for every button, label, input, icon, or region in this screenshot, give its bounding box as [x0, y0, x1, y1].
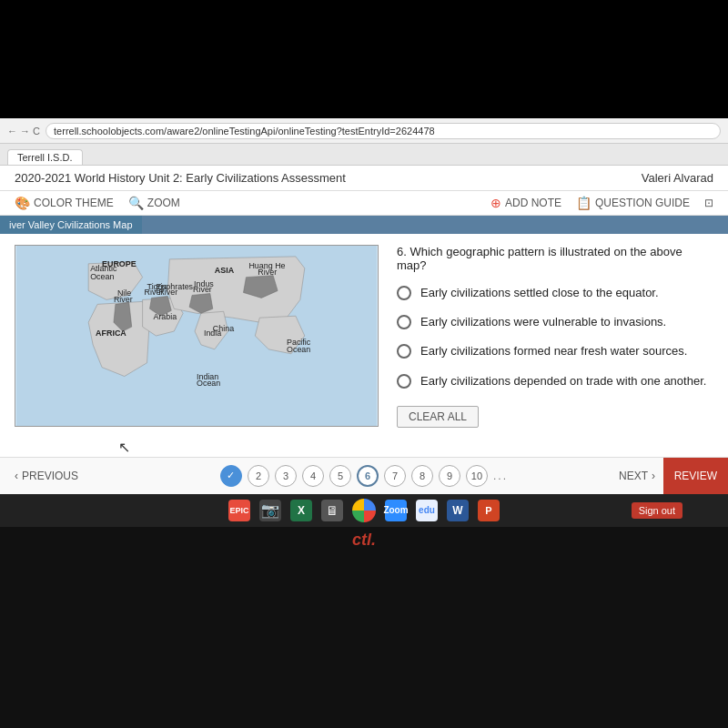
- toolbar-right: ⊕ ADD NOTE 📋 QUESTION GUIDE ⊡: [490, 196, 713, 210]
- question-guide-icon: 📋: [576, 196, 592, 210]
- question-text: 6. Which geographic pattern is illustrat…: [397, 245, 713, 272]
- map-tab[interactable]: iver Valley Civilizations Map: [0, 216, 142, 234]
- color-theme-label: COLOR THEME: [34, 197, 114, 209]
- answer-option-4[interactable]: Early civilizations depended on trade wi…: [397, 373, 713, 389]
- browser-tab-bar: Terrell I.S.D.: [0, 144, 728, 166]
- epic-icon[interactable]: EPIC: [228, 500, 250, 521]
- arabia-label: Arabia: [153, 312, 177, 321]
- page-num-7[interactable]: 7: [384, 465, 406, 487]
- page-num-2[interactable]: 2: [248, 465, 269, 487]
- zoom-app-icon[interactable]: Zoom: [385, 500, 407, 521]
- user-name: Valeri Alvarad: [642, 171, 713, 185]
- answer-text-2: Early civilizations were vulnerable to i…: [420, 314, 666, 330]
- map-container: Atlantic Ocean EUROPE AFRICA ASIA China …: [15, 245, 379, 427]
- sign-out-button[interactable]: Sign out: [632, 502, 682, 519]
- radio-2[interactable]: [397, 315, 411, 329]
- bottom-navigation: ‹ PREVIOUS ✓ 2 3 4 5 6 7 8 9 10 ... NEXT…: [0, 457, 728, 494]
- map-svg: Atlantic Ocean EUROPE AFRICA ASIA China …: [15, 246, 378, 426]
- taskbar: EPIC 📷 X 🖥 Zoom edu W P Sign out: [0, 494, 728, 527]
- cursor-pointer: ↖: [118, 439, 130, 456]
- next-button[interactable]: NEXT ›: [619, 470, 655, 482]
- radio-3[interactable]: [397, 344, 411, 359]
- page-dots: ...: [493, 470, 508, 482]
- chevron-right-icon: ›: [652, 470, 655, 482]
- browser-chrome: ← → C terrell.schoolobjects.com/aware2/o…: [0, 118, 728, 144]
- cursor-area: ↖: [0, 439, 728, 457]
- powerpoint-icon[interactable]: P: [478, 500, 500, 521]
- page-num-5[interactable]: 5: [329, 465, 351, 487]
- page-num-10[interactable]: 10: [466, 465, 488, 487]
- page-num-6[interactable]: 6: [357, 465, 379, 487]
- answer-text-4: Early civilizations depended on trade wi…: [420, 373, 706, 389]
- india-label: India: [204, 329, 221, 338]
- edu-icon[interactable]: edu: [416, 500, 438, 521]
- atlantic-ocean-label-2: Ocean: [90, 272, 114, 281]
- page-num-8[interactable]: 8: [411, 465, 433, 487]
- nile-river-label: River: [114, 295, 133, 304]
- next-label: NEXT: [619, 470, 648, 482]
- excel-icon[interactable]: X: [290, 500, 312, 521]
- answer-option-1[interactable]: Early civilizations settled close to the…: [397, 285, 713, 301]
- indus-river-label: River: [193, 285, 212, 294]
- question-guide-label: QUESTION GUIDE: [595, 197, 690, 209]
- chevron-left-icon: ‹: [15, 470, 18, 482]
- word-icon[interactable]: W: [447, 500, 469, 521]
- ctl-logo: ctl.: [352, 531, 376, 550]
- screen-icon[interactable]: 🖥: [321, 500, 343, 521]
- zoom-icon: 🔍: [128, 196, 144, 210]
- question-guide-button[interactable]: 📋 QUESTION GUIDE: [576, 196, 690, 210]
- asia-label: ASIA: [215, 266, 235, 275]
- app-header: 2020-2021 World History Unit 2: Early Ci…: [0, 166, 728, 191]
- camera-icon[interactable]: 📷: [259, 500, 281, 521]
- ctl-bar: ctl.: [0, 527, 728, 554]
- answer-text-1: Early civilizations settled close to the…: [420, 285, 659, 301]
- map-tab-bar: iver Valley Civilizations Map: [0, 216, 728, 234]
- color-theme-button[interactable]: 🎨 COLOR THEME: [15, 196, 114, 210]
- extra-button[interactable]: ⊡: [704, 197, 713, 209]
- content-area: Atlantic Ocean EUROPE AFRICA ASIA China …: [0, 234, 728, 439]
- radio-1[interactable]: [397, 286, 411, 300]
- add-note-icon: ⊕: [490, 196, 501, 210]
- chrome-icon[interactable]: [352, 499, 376, 522]
- assessment-title: 2020-2021 World History Unit 2: Early Ci…: [15, 171, 346, 185]
- answer-text-3: Early civilizations formed near fresh wa…: [420, 343, 687, 359]
- app-container: 2020-2021 World History Unit 2: Early Ci…: [0, 166, 728, 494]
- add-note-button[interactable]: ⊕ ADD NOTE: [490, 196, 561, 210]
- page-num-3[interactable]: 3: [275, 465, 297, 487]
- review-button[interactable]: REVIEW: [663, 458, 728, 494]
- add-note-label: ADD NOTE: [505, 197, 561, 209]
- url-bar: terrell.schoolobjects.com/aware2/onlineT…: [46, 123, 721, 139]
- zoom-label: ZOOM: [147, 197, 180, 209]
- africa-label: AFRICA: [96, 329, 126, 338]
- indian-ocean-label-2: Ocean: [197, 379, 220, 388]
- page-num-1[interactable]: ✓: [220, 465, 242, 487]
- browser-tab[interactable]: Terrell I.S.D.: [7, 149, 83, 165]
- previous-label: PREVIOUS: [22, 470, 78, 482]
- euphrates-river-label: River: [158, 288, 177, 297]
- question-area: 6. Which geographic pattern is illustrat…: [397, 245, 713, 428]
- answer-option-3[interactable]: Early civilizations formed near fresh wa…: [397, 343, 713, 359]
- clear-all-button[interactable]: CLEAR ALL: [397, 406, 479, 428]
- huanghe-river-label: River: [258, 268, 277, 277]
- previous-button[interactable]: ‹ PREVIOUS: [15, 470, 78, 482]
- top-black-bar: [0, 0, 728, 118]
- page-num-9[interactable]: 9: [439, 465, 460, 487]
- radio-4[interactable]: [397, 374, 411, 389]
- palette-icon: 🎨: [15, 196, 30, 210]
- europe-label: EUROPE: [102, 259, 136, 268]
- page-num-4[interactable]: 4: [302, 465, 324, 487]
- extra-icon: ⊡: [704, 197, 713, 209]
- checkmark-icon: ✓: [227, 470, 235, 481]
- zoom-button[interactable]: 🔍 ZOOM: [128, 196, 180, 210]
- answer-option-2[interactable]: Early civilizations were vulnerable to i…: [397, 314, 713, 330]
- toolbar: 🎨 COLOR THEME 🔍 ZOOM ⊕ ADD NOTE 📋 QUESTI…: [0, 191, 728, 216]
- pacific-ocean-label-2: Ocean: [287, 345, 310, 354]
